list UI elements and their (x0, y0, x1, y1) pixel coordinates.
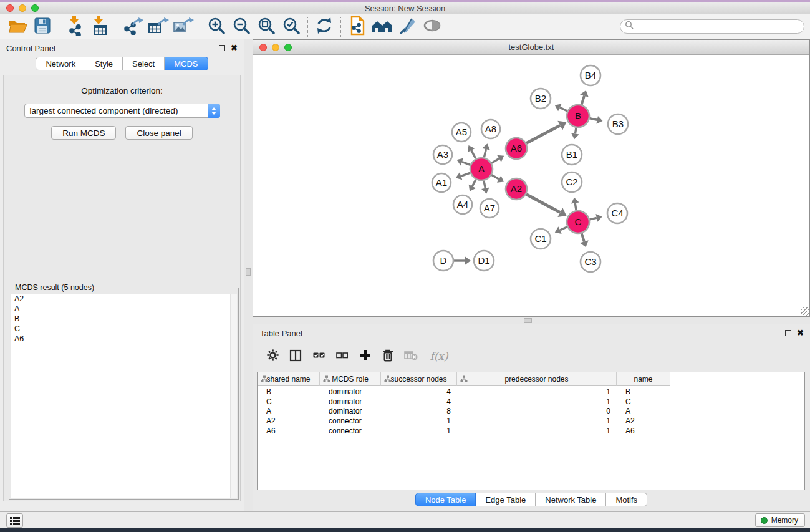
resize-grip-icon[interactable] (801, 307, 809, 316)
save-session-button[interactable] (30, 16, 55, 38)
table-row[interactable]: A6connector11A6 (258, 426, 804, 436)
column-header-MCDS-role[interactable]: MCDS role (320, 372, 381, 386)
splitter-collapse-handle[interactable] (524, 318, 532, 323)
float-panel-icon[interactable] (219, 45, 225, 51)
refresh-layout-button[interactable] (312, 16, 337, 38)
edge-A-A6[interactable] (491, 155, 504, 163)
node-D1[interactable]: D1 (474, 251, 494, 271)
edge-A-A1[interactable] (456, 172, 470, 180)
close-panel-icon[interactable]: ✖ (797, 330, 804, 336)
search-input[interactable] (634, 21, 804, 32)
result-list-item[interactable]: A6 (11, 334, 237, 344)
task-history-button[interactable] (6, 513, 23, 528)
table-row[interactable]: Adominator80A (258, 407, 804, 417)
edge-C-C1[interactable] (555, 226, 567, 234)
tab-mcds[interactable]: MCDS (165, 57, 208, 70)
close-panel-button[interactable]: Close panel (125, 126, 192, 140)
tab-network-table[interactable]: Network Table (536, 493, 606, 506)
node-D[interactable]: D (433, 251, 453, 271)
zoom-selected-button[interactable] (279, 16, 304, 38)
select-all-button[interactable] (310, 347, 327, 365)
node-A7[interactable]: A7 (480, 199, 499, 218)
tab-edge-table[interactable]: Edge Table (476, 493, 536, 506)
edge-A-A8[interactable] (482, 143, 490, 157)
edge-D-D1[interactable] (454, 257, 471, 265)
toggle-graphics-details-button[interactable] (395, 16, 420, 38)
node-B[interactable]: B (567, 105, 589, 127)
memory-button[interactable]: Memory (755, 513, 805, 527)
close-panel-icon[interactable]: ✖ (231, 45, 238, 51)
add-column-button[interactable] (356, 347, 374, 365)
splitter-collapse-handle[interactable] (246, 268, 251, 276)
import-table-button[interactable] (88, 16, 113, 38)
first-neighbors-button[interactable] (370, 16, 395, 38)
edge-C-C4[interactable] (590, 214, 602, 222)
node-B3[interactable]: B3 (608, 114, 628, 134)
network-canvas[interactable]: B4B2BB3A5A8A6B1A3AC2A1A2A4A7C4CC1C3DD1 (253, 55, 809, 316)
result-list-item[interactable]: A (11, 304, 237, 314)
settings-gear-button[interactable] (264, 347, 281, 365)
export-table-button[interactable] (146, 16, 171, 38)
edge-B-B4[interactable] (580, 90, 589, 105)
node-A8[interactable]: A8 (481, 120, 500, 138)
export-image-button[interactable] (171, 16, 196, 38)
run-mcds-button[interactable]: Run MCDS (51, 126, 116, 140)
edge-C-C3[interactable] (580, 233, 589, 247)
mcds-result-list[interactable]: A2ABCA6 (11, 294, 237, 498)
node-C1[interactable]: C1 (531, 229, 551, 249)
table-row[interactable]: Cdominator41C (258, 397, 804, 407)
node-A3[interactable]: A3 (433, 145, 452, 164)
zoom-fit-button[interactable] (254, 16, 279, 38)
node-A2[interactable]: A2 (506, 178, 527, 200)
column-header-name[interactable]: name (617, 372, 670, 386)
zoom-out-button[interactable] (229, 16, 254, 38)
delete-table-button[interactable] (402, 347, 420, 365)
column-header-predecessor-nodes[interactable]: predecessor nodes (457, 372, 617, 386)
import-network-button[interactable] (63, 16, 88, 38)
vertical-splitter[interactable] (244, 39, 253, 511)
result-list-item[interactable]: B (11, 314, 237, 324)
edge-A6-B[interactable] (526, 121, 566, 143)
node-A6[interactable]: A6 (506, 138, 527, 159)
node-C4[interactable]: C4 (607, 203, 627, 223)
node-A1[interactable]: A1 (432, 173, 451, 192)
split-table-button[interactable] (287, 347, 304, 365)
edge-A-A7[interactable] (481, 181, 489, 194)
new-network-from-selection-button[interactable] (345, 16, 370, 38)
show-hide-panels-button[interactable] (420, 16, 445, 38)
node-table[interactable]: shared nameMCDS rolesuccessor nodesprede… (257, 372, 805, 490)
function-builder-button[interactable]: f(x) (425, 347, 453, 365)
search-field[interactable] (620, 19, 804, 34)
export-network-button[interactable] (121, 16, 146, 38)
result-list-item[interactable]: C (11, 324, 237, 334)
tab-motifs[interactable]: Motifs (606, 493, 647, 506)
node-B2[interactable]: B2 (531, 89, 551, 109)
edge-A2-C[interactable] (526, 194, 567, 217)
result-list-item[interactable]: A2 (11, 294, 237, 304)
table-row[interactable]: A2connector11A2 (258, 416, 804, 426)
node-B4[interactable]: B4 (581, 65, 600, 85)
tab-network[interactable]: Network (36, 57, 85, 70)
column-header-shared-name[interactable]: shared name (258, 372, 320, 386)
edge-B-B1[interactable] (571, 128, 579, 140)
node-A5[interactable]: A5 (452, 123, 471, 142)
node-C[interactable]: C (567, 211, 589, 233)
horizontal-splitter[interactable] (253, 317, 810, 324)
edge-B-B2[interactable] (555, 104, 567, 112)
table-row[interactable]: Bdominator41B (258, 387, 804, 397)
edge-C-C2[interactable] (571, 198, 579, 211)
criterion-select[interactable]: largest connected component (directed) (24, 104, 220, 118)
node-C3[interactable]: C3 (581, 252, 600, 272)
tab-node-table[interactable]: Node Table (415, 493, 476, 506)
node-C2[interactable]: C2 (562, 172, 582, 192)
open-session-button[interactable] (5, 16, 30, 38)
node-B1[interactable]: B1 (562, 145, 582, 165)
node-A4[interactable]: A4 (453, 195, 472, 214)
edge-A-A4[interactable] (469, 180, 476, 191)
deselect-all-button[interactable] (333, 347, 350, 365)
network-window-titlebar[interactable]: testGlobe.txt (253, 40, 809, 55)
tab-select[interactable]: Select (123, 57, 165, 70)
edge-A-A2[interactable] (491, 175, 504, 182)
zoom-in-button[interactable] (204, 16, 229, 38)
edge-A-A3[interactable] (457, 158, 471, 165)
